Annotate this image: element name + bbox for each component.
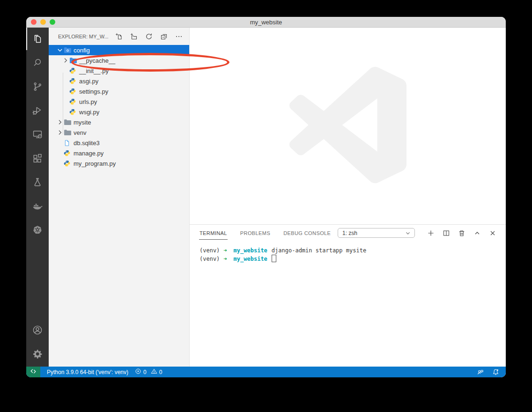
activitybar-item-search[interactable]: [26, 52, 49, 74]
error-count: 0: [143, 369, 147, 375]
traffic-lights: [31, 17, 55, 27]
python-interpreter-status[interactable]: Python 3.9.0 64-bit ('venv': venv): [47, 369, 128, 375]
window-title: my_website: [250, 19, 282, 26]
activitybar-spacer: [26, 243, 49, 319]
terminal-panel: TERMINAL PROBLEMS DEBUG CONSOLE 1: zsh: [190, 224, 506, 367]
editor-area[interactable]: [190, 28, 506, 224]
docker-icon: [32, 200, 43, 212]
tree-item-config[interactable]: config: [49, 45, 189, 55]
activitybar-item-source-control[interactable]: [26, 75, 49, 98]
prompt-cwd: my_website: [234, 256, 267, 262]
run-debug-icon: [32, 105, 43, 116]
account-icon: [32, 324, 43, 336]
panel-header: TERMINAL PROBLEMS DEBUG CONSOLE 1: zsh: [190, 225, 506, 241]
tab-terminal[interactable]: TERMINAL: [199, 226, 228, 240]
activitybar-item-extensions[interactable]: [26, 147, 49, 169]
warning-count: 0: [159, 369, 163, 375]
status-bar: Python 3.9.0 64-bit ('venv': venv) 0 0: [26, 367, 506, 377]
indent-guide: [63, 73, 63, 134]
new-file-button[interactable]: [115, 33, 123, 40]
terminal-line: (venv)➜my_websitedjango-admin startapp m…: [200, 247, 506, 255]
venv-prefix: (venv): [200, 247, 220, 254]
terminal-command: django-admin startapp mysite: [272, 247, 366, 254]
editor-column: TERMINAL PROBLEMS DEBUG CONSOLE 1: zsh: [189, 28, 506, 367]
warning-icon: [151, 368, 158, 376]
activitybar-item-explorer[interactable]: [26, 28, 49, 50]
terminal-content[interactable]: (venv)➜my_websitedjango-admin startapp m…: [190, 241, 506, 367]
tree-item-urls-py[interactable]: urls.py: [49, 96, 189, 107]
beaker-icon: [32, 177, 43, 188]
prompt-cwd: my_website: [234, 247, 267, 254]
close-panel-button[interactable]: [489, 229, 496, 237]
terminal-line: (venv)➜my_website: [200, 255, 506, 263]
tab-debug-console[interactable]: DEBUG CONSOLE: [283, 226, 331, 240]
prompt-arrow: ➜: [223, 256, 227, 262]
tree-item-manage-py[interactable]: manage.py: [49, 148, 189, 158]
close-window-button[interactable]: [31, 19, 37, 25]
collapse-folders-button[interactable]: [160, 33, 168, 40]
remote-indicator[interactable]: [26, 367, 40, 377]
search-icon: [32, 57, 43, 68]
more-actions-button[interactable]: [175, 33, 183, 40]
gear-icon: [32, 348, 43, 360]
tree-item-label: asgi.py: [79, 78, 98, 85]
python-icon: [64, 160, 73, 167]
chevron-right-icon[interactable]: [62, 57, 69, 64]
file-icon: [64, 139, 73, 147]
notifications-bell-icon[interactable]: [492, 368, 499, 375]
activitybar-item-account[interactable]: [26, 319, 49, 341]
remote-icon: [30, 368, 37, 376]
tree-item-label: __pycache__: [79, 57, 115, 64]
activitybar-item-run-and-debug[interactable]: [26, 99, 49, 122]
split-terminal-button[interactable]: [443, 229, 450, 237]
kill-terminal-button[interactable]: [458, 229, 466, 237]
activitybar-item-docker[interactable]: [26, 195, 49, 217]
python-icon: [69, 108, 79, 116]
minimize-window-button[interactable]: [40, 19, 46, 25]
tree-item-label: manage.py: [74, 150, 103, 157]
extensions-icon: [32, 153, 43, 164]
tree-item-venv[interactable]: venv: [49, 127, 189, 138]
problems-status[interactable]: 0 0: [135, 368, 162, 376]
error-icon: [135, 368, 142, 376]
tree-item-label: mysite: [74, 119, 91, 126]
activitybar-item-remote-explorer[interactable]: [26, 123, 49, 146]
new-folder-button[interactable]: [130, 33, 138, 40]
chevron-down-icon[interactable]: [56, 46, 64, 54]
tree-item-asgi-py[interactable]: asgi.py: [49, 76, 189, 86]
explorer-sidebar: EXPLORER: MY_W... config__pycache____ini…: [49, 28, 189, 367]
explorer-title: EXPLORER: MY_W...: [58, 34, 109, 39]
python-icon: [69, 98, 79, 105]
python-interpreter-label: Python 3.9.0 64-bit ('venv': venv): [47, 369, 128, 375]
tree-item-label: urls.py: [79, 98, 97, 105]
files-icon: [32, 33, 43, 44]
new-terminal-button[interactable]: [427, 229, 435, 237]
zoom-window-button[interactable]: [50, 19, 55, 25]
refresh-button[interactable]: [145, 33, 153, 40]
tab-problems[interactable]: PROBLEMS: [240, 226, 271, 240]
tree-item-label: settings.py: [79, 88, 108, 95]
panel-actions: [427, 229, 496, 237]
tree-item-my-program-py[interactable]: my_program.py: [49, 158, 189, 169]
folder-gray-icon: [64, 118, 73, 126]
maximize-panel-button[interactable]: [473, 229, 481, 237]
terminal-cursor: [272, 255, 276, 262]
terminal-shell-select[interactable]: 1: zsh: [338, 228, 415, 238]
activitybar-item-kubernetes[interactable]: [26, 219, 49, 241]
venv-prefix: (venv): [200, 256, 220, 262]
tree-item-settings-py[interactable]: settings.py: [49, 86, 189, 96]
prompt-arrow: ➜: [223, 247, 227, 254]
tree-item-mysite[interactable]: mysite: [49, 117, 189, 127]
tree-item-wsgi-py[interactable]: wsgi.py: [49, 107, 189, 117]
tree-item-label: my_program.py: [74, 160, 116, 167]
tree-item-label: db.sqlite3: [74, 140, 100, 147]
activitybar-item-settings[interactable]: [26, 343, 49, 365]
activity-bar: [26, 28, 49, 367]
tree-item-db-sqlite3[interactable]: db.sqlite3: [49, 138, 189, 148]
activitybar-item-testing[interactable]: [26, 171, 49, 193]
feedback-icon[interactable]: [477, 368, 484, 375]
twisty-spacer: [56, 160, 64, 167]
twisty-spacer: [56, 139, 64, 147]
tree-item-pycache[interactable]: __pycache__: [49, 55, 189, 66]
tree-item-init-py[interactable]: __init__.py: [49, 66, 189, 76]
